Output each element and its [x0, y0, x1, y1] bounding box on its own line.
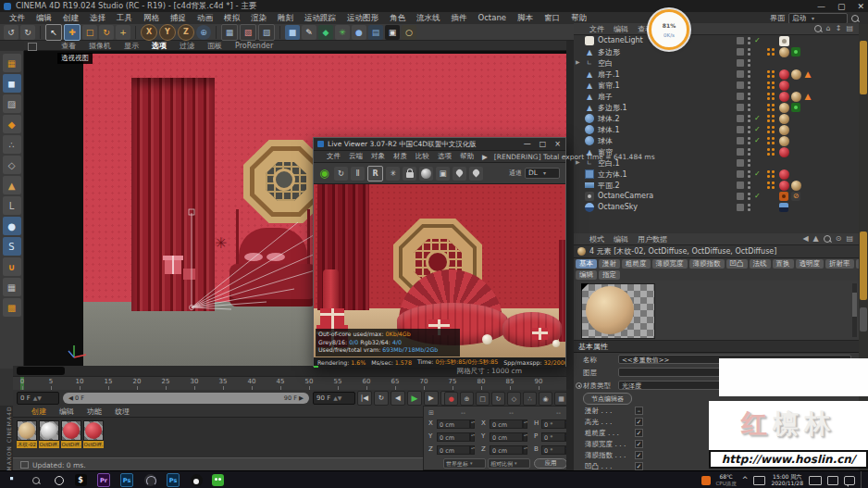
menu-item-渲染[interactable]: 渲染 [245, 12, 272, 24]
object-row-球体.2[interactable]: 球体.2✓ [574, 113, 859, 124]
record-pla-button[interactable]: ∴ [523, 392, 537, 406]
tab-基本[interactable]: 基本 [576, 259, 597, 269]
object-name[interactable]: OctaneSky [598, 203, 638, 211]
cpu-temperature-widget[interactable]: 68℃ CPU温度 [716, 474, 737, 486]
add-light-button[interactable]: ○ [402, 25, 416, 40]
lock-x-axis-button[interactable]: X [141, 24, 157, 41]
material-chip-red[interactable] [779, 69, 789, 80]
record-position-button[interactable]: ⊕ [460, 392, 474, 406]
workplane-button[interactable]: ▩ [3, 298, 21, 317]
material-thumbnail[interactable]: OctDiff. [83, 420, 104, 448]
material-menu-功能[interactable]: 功能 [81, 407, 107, 417]
object-name[interactable]: 扇子.1 [598, 69, 620, 80]
material-chip-tan[interactable] [779, 136, 789, 146]
object-row-OctaneLight[interactable]: OctaneLight✓ [574, 35, 859, 46]
object-row-球体.1[interactable]: 球体.1✓ [574, 124, 859, 135]
menu-item-捕捉[interactable]: 捕捉 [165, 12, 192, 24]
lv-minimize-button[interactable]: — [524, 140, 531, 148]
start-taskbar-icon[interactable] [6, 474, 19, 487]
menu-item-雕刻[interactable]: 雕刻 [272, 12, 299, 24]
play-button[interactable]: ▶ [407, 391, 422, 406]
qq-taskbar-icon[interactable] [190, 474, 203, 487]
rotate-tool-button[interactable]: ↻ [99, 25, 114, 40]
octane-live-viewer-window[interactable]: Live Viewer 3.07-R2 中国C4D联盟中文汉化版 — □ × 文… [313, 137, 566, 367]
record-scale-button[interactable]: □ [476, 392, 490, 406]
make-editable-button[interactable]: ▦ [3, 54, 21, 72]
attribute-scrollbar[interactable] [852, 283, 857, 337]
visibility-toggle-icon[interactable] [737, 48, 744, 56]
close-button[interactable]: ✕ [857, 2, 864, 11]
live-viewer-title-bar[interactable]: Live Viewer 3.07-R2 中国C4D联盟中文汉化版 — □ × [314, 138, 565, 150]
editor-render-dots[interactable] [748, 93, 750, 100]
coord-input[interactable]: 0 cm [437, 445, 470, 455]
search-icon[interactable] [824, 235, 831, 243]
menu-item-动画[interactable]: 动画 [192, 12, 218, 24]
add-generator-button[interactable]: ◆ [318, 25, 333, 40]
visibility-toggle-icon[interactable] [737, 70, 744, 78]
end-frame-spinner[interactable]: 90 F▲▼ [313, 392, 355, 405]
am-menu-用户数据[interactable]: 用户数据 [633, 234, 672, 244]
visibility-toggle-icon[interactable] [737, 181, 744, 189]
material-preview-sphere[interactable] [586, 286, 634, 334]
menu-item-插件[interactable]: 插件 [446, 12, 473, 24]
arrow-up-icon[interactable]: ▲ [813, 234, 819, 243]
object-name[interactable]: 扇子 [598, 92, 613, 102]
material-chip-tan[interactable] [791, 92, 801, 102]
panel-icon[interactable]: ▤ [846, 234, 853, 243]
enable-axis-button[interactable]: L [3, 196, 21, 215]
channel-checkbox[interactable]: ✓ [635, 462, 643, 470]
coord-spinner[interactable]: ▴▾ [523, 419, 527, 429]
object-name[interactable]: 立方体.1 [598, 169, 627, 180]
channel-checkbox[interactable]: ✓ [635, 418, 643, 426]
add-deformer-button[interactable]: ▤ [368, 25, 383, 40]
polygons-mode-button[interactable]: ▲ [3, 176, 21, 194]
material-chip-tan[interactable] [791, 69, 801, 80]
editor-render-dots[interactable] [748, 193, 750, 200]
maximize-button[interactable]: ▢ [837, 2, 846, 11]
cam-tag-icon[interactable] [779, 192, 788, 201]
material-chip-red[interactable] [779, 181, 789, 191]
tab-漫射[interactable]: 漫射 [599, 259, 620, 269]
tab-指定[interactable]: 指定 [599, 270, 620, 280]
target-icon[interactable]: ⊙ [836, 234, 842, 243]
object-name[interactable]: OctaneCamera [598, 192, 653, 200]
record-keyframe-button[interactable]: ● [444, 392, 458, 406]
notification-center-icon[interactable] [844, 476, 855, 485]
viewport-menu-面板[interactable]: 面板 [202, 41, 228, 51]
kernel-settings-button[interactable]: ✳ [386, 167, 400, 181]
minimize-button[interactable]: — [817, 2, 825, 11]
visibility-toggle-icon[interactable] [737, 204, 744, 211]
editor-render-dots[interactable] [748, 37, 750, 44]
tab-公用[interactable]: 公用 [856, 259, 860, 269]
search-taskbar-icon[interactable] [30, 474, 43, 487]
home-icon[interactable]: ⌂ [826, 24, 831, 32]
timeline-ruler[interactable]: 051015202530354045505560657075808590 [13, 376, 566, 391]
next-frame-button[interactable]: ▶ [424, 391, 439, 406]
glight-tag-icon[interactable] [791, 103, 800, 112]
editor-render-dots[interactable] [748, 115, 750, 122]
render-to-picture-viewer-button[interactable]: ▧ [240, 24, 256, 41]
viewport-menu-icon[interactable] [28, 43, 37, 51]
object-name[interactable]: 平面.2 [598, 181, 620, 191]
editor-render-dots[interactable] [748, 181, 750, 189]
lv-menu-帮助[interactable]: 帮助 [456, 152, 477, 161]
object-row-窗帘.1[interactable]: ▲窗帘.1 [574, 80, 859, 91]
object-name[interactable]: 多边形 [598, 47, 620, 57]
coord-input[interactable]: 0 ° [541, 419, 565, 429]
material-type-dropdown[interactable]: 光泽度▾ [618, 381, 729, 390]
material-picker-button[interactable] [469, 167, 483, 181]
editor-render-dots[interactable] [748, 70, 750, 78]
interface-dropdown[interactable]: 启动▾ [788, 13, 848, 24]
visibility-toggle-icon[interactable] [737, 81, 744, 89]
path-up-icon[interactable]: ↕ [836, 24, 842, 32]
object-row-空白[interactable]: ▶∟空白 [574, 57, 859, 69]
sky-tag-icon[interactable] [779, 203, 788, 212]
menu-item-工具[interactable]: 工具 [111, 12, 138, 24]
history-back-icon[interactable]: ◀ [802, 234, 808, 243]
cortana-taskbar-icon[interactable] [53, 474, 66, 487]
object-name[interactable]: 球体 [598, 136, 613, 146]
tab-编辑[interactable]: 编辑 [576, 270, 597, 280]
material-chip-tan[interactable] [779, 125, 789, 135]
lv-menu-云端[interactable]: 云端 [345, 152, 366, 161]
channel-checkbox[interactable]: ✓ [635, 451, 643, 459]
